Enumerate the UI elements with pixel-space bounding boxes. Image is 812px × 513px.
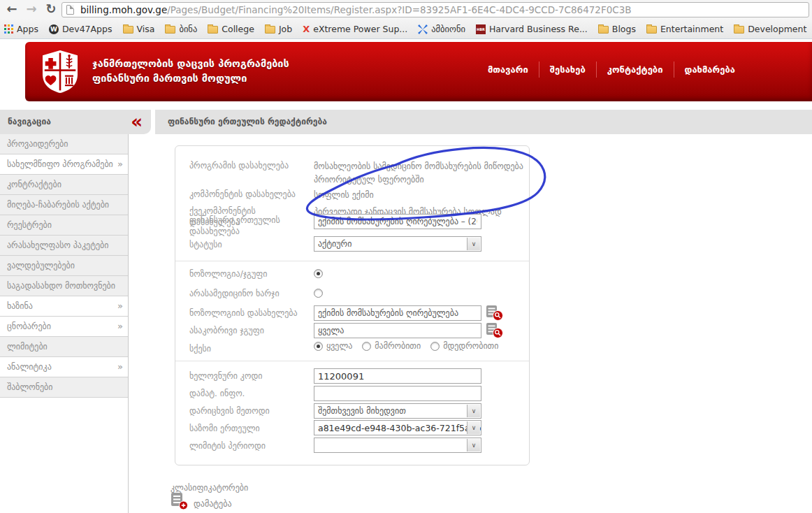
url-path: /Pages/Budget/Financing%20Items/Register… xyxy=(167,4,631,15)
add-classifier-label: დამატება xyxy=(194,499,232,509)
nosology-search-button[interactable] xyxy=(486,305,504,321)
measure-unit-select[interactable]: a81e49cd-e948-430b-ac36-721f5a4b911 ∨ xyxy=(314,420,481,435)
chevron-right-icon: » xyxy=(117,357,123,377)
menu-label: სახელმწიფო პროგრამები xyxy=(7,159,113,169)
sidebar-item-treasury[interactable]: ხაზინა» xyxy=(0,296,128,317)
sex-option-all[interactable]: ყველა xyxy=(314,341,352,351)
x-icon: X xyxy=(303,24,310,34)
radio-icon[interactable] xyxy=(430,342,440,351)
folder-icon xyxy=(123,26,133,34)
sidebar-item-limits[interactable]: ლიმიტები xyxy=(0,337,128,357)
radio-icon[interactable] xyxy=(362,342,371,351)
add-classifier-button[interactable]: დამატება xyxy=(171,491,232,510)
menu-label: რეესტრები xyxy=(7,220,52,230)
list-search-icon xyxy=(486,322,504,339)
bookmark-extreme-power[interactable]: X eXtreme Power Sup... xyxy=(303,24,407,34)
radio-icon[interactable] xyxy=(314,342,323,351)
collapse-sidebar-icon[interactable]: « xyxy=(131,110,143,133)
finunit-input[interactable] xyxy=(314,214,481,229)
folder-icon xyxy=(646,26,657,34)
sex-option-male[interactable]: მამრობითი xyxy=(362,341,421,351)
limit-period-select[interactable]: ∨ xyxy=(314,438,481,453)
sidebar-item-registers[interactable]: რეესტრები xyxy=(0,215,128,236)
sidebar-item-obligations[interactable]: ვალდებულებები xyxy=(0,256,128,276)
sidebar-item-nonsalary-packages[interactable]: არასახელფასო პაკეტები xyxy=(0,236,128,256)
bookmark-blogs[interactable]: Blogs xyxy=(598,24,636,34)
bookmark-label: ბინა xyxy=(179,24,197,34)
site-title-line1: ჯანმრთელობის დაცვის პროგრამების xyxy=(92,57,289,71)
bookmark-label: Entertainment xyxy=(660,24,723,34)
measure-unit-value: a81e49cd-e948-430b-ac36-721f5a4b911 xyxy=(318,423,481,433)
chevron-down-icon: ∨ xyxy=(467,421,480,434)
age-group-input[interactable] xyxy=(314,323,481,338)
add-info-input[interactable] xyxy=(314,386,481,401)
nav-item-about[interactable]: შესახებ xyxy=(539,62,596,78)
component-label: კომპონენტის დასახელება xyxy=(189,189,308,200)
nonmedical-radio[interactable] xyxy=(314,289,323,298)
measure-unit-label: საზომი ერთეული xyxy=(189,423,308,434)
apps-grid-icon xyxy=(4,24,13,34)
menu-label: საგადასახდო მოთხოვნები xyxy=(7,281,115,291)
page-title: ფინანსური ერთეულის რედაქტირება xyxy=(168,117,327,127)
sidebar-item-contracts[interactable]: კონტრაქტები xyxy=(0,175,128,195)
bookmark-label: Blogs xyxy=(612,24,636,34)
chevron-down-icon: ∨ xyxy=(467,439,480,451)
bookmark-development[interactable]: Development xyxy=(734,24,806,34)
folder-icon xyxy=(734,26,744,34)
nav-item-contacts[interactable]: კონტაქტები xyxy=(596,62,674,78)
site-title-line2: ფინანსური მართვის მოდული xyxy=(92,71,289,86)
sidebar-item-providers[interactable]: პროვაიდერები xyxy=(0,134,128,154)
address-bar[interactable]: billing.moh.gov.ge/Pages/Budget/Financin… xyxy=(61,2,809,17)
pinwheel-icon xyxy=(418,24,428,34)
reload-icon[interactable]: ↻ xyxy=(43,1,59,17)
nosology-group-radio[interactable] xyxy=(314,269,323,278)
manual-code-input[interactable] xyxy=(314,368,481,384)
accrual-method-select[interactable]: შემთხვევის მიხედვით ∨ xyxy=(314,403,481,419)
finunit-label: ფინანსური ერთეულის დასახელება xyxy=(189,215,301,237)
sidebar-item-state-programs[interactable]: სახელმწიფო პროგრამები» xyxy=(0,154,128,175)
nav-item-home[interactable]: მთავარი xyxy=(477,62,539,78)
bookmark-ambioni[interactable]: ამბიონი xyxy=(418,24,465,34)
bookmark-label: Apps xyxy=(17,24,38,34)
url-host: billing.moh.gov.ge xyxy=(80,4,167,15)
sex-option-female[interactable]: მდედრობითი xyxy=(430,341,498,351)
sidebar-item-templates[interactable]: შაბლონები xyxy=(0,377,128,398)
bookmark-college[interactable]: College xyxy=(208,24,254,34)
nosology-name-label: ნოზოლოგიის დასახელება xyxy=(189,308,308,319)
sidebar-item-analytics[interactable]: ანალიტიკა» xyxy=(0,357,128,377)
bookmark-hbr[interactable]: HBR Harvard Business Re... xyxy=(476,24,588,34)
shield-icon xyxy=(41,50,80,94)
sidebar-item-payment-requests[interactable]: საგადასახდო მოთხოვნები xyxy=(0,276,128,296)
back-icon[interactable]: ← xyxy=(3,1,20,17)
divider xyxy=(175,261,529,261)
bookmark-job[interactable]: Job xyxy=(265,24,292,34)
age-group-search-button[interactable] xyxy=(486,322,504,339)
sidebar-item-acceptance-acts[interactable]: მიღება-ჩაბარების აქტები xyxy=(0,195,128,215)
bookmark-bina[interactable]: ბინა xyxy=(165,24,197,34)
forward-icon[interactable]: → xyxy=(23,1,40,17)
menu-label: კონტრაქტები xyxy=(7,180,61,189)
status-select[interactable]: აქტიური ∨ xyxy=(314,236,481,252)
bookmarks-bar: Apps W Dev47Apps Visa ბინა College Job X… xyxy=(0,20,812,39)
sidebar-title: ნავიგაცია xyxy=(8,117,51,127)
sidebar-item-references[interactable]: ცნობარები» xyxy=(0,317,128,337)
menu-label: ლიმიტები xyxy=(7,342,48,352)
bookmark-entertainment[interactable]: Entertainment xyxy=(646,24,723,34)
wordpress-icon: W xyxy=(49,24,59,34)
nosology-name-input[interactable] xyxy=(314,305,481,321)
sex-option-label: ყველა xyxy=(326,341,352,351)
nav-item-help[interactable]: დახმარება xyxy=(674,62,746,78)
sex-label: სქესი xyxy=(189,343,308,354)
folder-icon xyxy=(265,26,275,34)
sex-option-label: მდედრობითი xyxy=(443,341,498,351)
edit-form-panel: პროგრამის დასახელება მოსახლეობის სამედიც… xyxy=(175,145,530,465)
bookmark-dev47apps[interactable]: W Dev47Apps xyxy=(49,24,113,34)
sidebar-nav: პროვაიდერები სახელმწიფო პროგრამები» კონტ… xyxy=(0,134,129,513)
bookmark-visa[interactable]: Visa xyxy=(123,24,155,34)
menu-label: არასახელფასო პაკეტები xyxy=(7,240,109,250)
bookmark-apps[interactable]: Apps xyxy=(4,24,38,34)
menu-label: პროვაიდერები xyxy=(7,139,68,149)
list-add-icon xyxy=(171,491,189,510)
site-title: ჯანმრთელობის დაცვის პროგრამების ფინანსურ… xyxy=(92,57,289,86)
program-value: მოსახლეობის სამედიცინო მომსახურების მიწო… xyxy=(314,160,530,187)
